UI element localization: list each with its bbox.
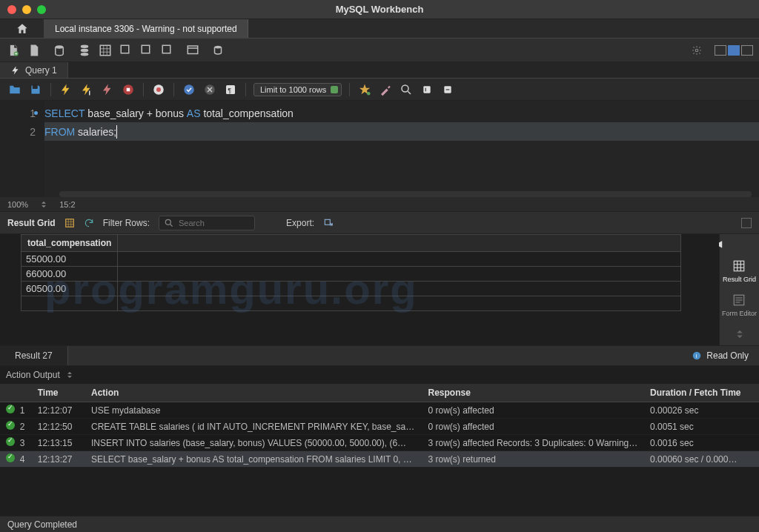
server-status-button[interactable] — [52, 43, 67, 58]
settings-button[interactable] — [689, 43, 704, 58]
action-col-status[interactable] — [0, 384, 32, 402]
export-icon[interactable] — [323, 218, 334, 228]
action-col-action[interactable]: Action — [85, 384, 422, 402]
zoom-window-button[interactable] — [37, 5, 46, 14]
star-icon — [358, 83, 371, 96]
status-text: Query Completed — [7, 519, 77, 530]
result-grid-icon[interactable] — [64, 218, 75, 228]
close-window-button[interactable] — [7, 5, 16, 14]
query-tab[interactable]: Query 1 — [0, 62, 68, 78]
table-row: 66000.00 — [21, 267, 681, 282]
execute-button[interactable] — [59, 82, 73, 97]
brush-icon — [379, 83, 392, 96]
svg-rect-28 — [325, 219, 330, 225]
titlebar: MySQL Workbench — [0, 0, 759, 19]
svg-point-4 — [81, 53, 89, 56]
grid-plus-icon — [119, 44, 133, 57]
toggle-invisible-button[interactable]: ¶ — [223, 82, 238, 97]
gutter-line-1: 1 — [0, 104, 44, 122]
query-tab-bar: Query 1 — [0, 62, 759, 79]
home-icon — [16, 22, 29, 36]
result-tab[interactable]: Result 27 — [0, 346, 68, 365]
execute-current-button[interactable] — [79, 82, 94, 97]
table-row: 60500.00 — [21, 282, 681, 296]
action-row[interactable]: 1 12:12:07 USE mydatabase 0 row(s) affec… — [0, 402, 759, 419]
server-icon — [53, 44, 66, 57]
svg-rect-23 — [424, 86, 431, 93]
pilcrow-icon: ¶ — [224, 83, 237, 96]
home-tab[interactable] — [0, 19, 44, 38]
server-logs-button[interactable] — [211, 43, 225, 58]
action-row[interactable]: 3 12:13:15 INSERT INTO salaries (base_sa… — [0, 435, 759, 451]
svg-point-11 — [695, 49, 698, 52]
zoom-level[interactable]: 100% — [7, 200, 28, 209]
editor-toolbar: ¶ Limit to 1000 rows — [0, 79, 759, 101]
side-result-grid-button[interactable]: Result Grid — [723, 259, 756, 283]
save-file-button[interactable] — [28, 82, 43, 97]
chevrons-icon — [733, 327, 746, 341]
code-line-2: FROM salaries; — [44, 122, 759, 141]
export-label: Export: — [286, 218, 314, 228]
toggle-panel2-button[interactable] — [440, 82, 455, 97]
table-row — [21, 296, 681, 311]
db-icon — [78, 44, 91, 57]
panel2-icon — [443, 84, 453, 95]
result-column-header[interactable]: total_compensation — [21, 235, 118, 252]
open-file-button[interactable] — [7, 82, 22, 97]
rollback-button[interactable] — [202, 82, 217, 97]
file-plus-icon — [7, 44, 20, 57]
beautify-button[interactable] — [357, 82, 372, 97]
users-button[interactable] — [77, 43, 92, 58]
x-circle-icon — [203, 83, 216, 96]
refresh-icon[interactable] — [84, 218, 94, 228]
data-import-button[interactable] — [119, 43, 133, 58]
svg-point-10 — [215, 45, 222, 48]
new-sql-tab-button[interactable] — [6, 43, 21, 58]
side-nav-button[interactable] — [733, 327, 746, 341]
search-button[interactable] — [399, 82, 414, 97]
lightning-icon — [10, 65, 21, 76]
action-col-duration[interactable]: Duration / Fetch Time — [644, 384, 759, 402]
zoom-updown-icon[interactable] — [39, 199, 49, 210]
file-open-icon — [27, 44, 41, 57]
minimize-window-button[interactable] — [22, 5, 31, 14]
editor-scrollbar[interactable] — [59, 191, 752, 197]
filter-search-box[interactable] — [159, 216, 255, 230]
connection-tab[interactable]: Local instance 3306 - Warning - not supp… — [44, 19, 248, 38]
action-col-time[interactable]: Time — [32, 384, 85, 402]
layout-output-button[interactable] — [728, 45, 740, 56]
export-button[interactable] — [98, 43, 113, 58]
action-col-response[interactable]: Response — [422, 384, 645, 402]
chevron-updown-icon[interactable] — [64, 370, 75, 380]
lightning-cursor-icon — [80, 83, 93, 96]
data-export-button[interactable] — [139, 43, 154, 58]
commit-button[interactable] — [182, 82, 196, 97]
toggle-panel1-button[interactable] — [420, 82, 434, 97]
find-button[interactable] — [378, 82, 393, 97]
result-toolbar-right-box[interactable] — [741, 218, 752, 228]
grid-view-icon — [732, 259, 746, 273]
svg-point-16 — [156, 87, 161, 92]
action-row[interactable]: 4 12:13:27 SELECT base_salary + bonus AS… — [0, 451, 759, 468]
toolbar-button-5[interactable] — [160, 43, 175, 58]
dashboard-button[interactable] — [185, 43, 200, 58]
filter-search-input[interactable] — [179, 219, 245, 227]
svg-rect-29 — [735, 261, 745, 271]
layout-sidebar-button[interactable] — [715, 45, 726, 56]
limit-rows-dropdown[interactable]: Limit to 1000 rows — [253, 83, 342, 96]
action-row[interactable]: 2 12:12:50 CREATE TABLE salaries ( id IN… — [0, 419, 759, 435]
layout-toggle — [715, 45, 753, 56]
open-sql-file-button[interactable] — [27, 43, 42, 58]
side-form-editor-button[interactable]: Form Editor — [722, 293, 757, 317]
action-output-header: Action Output — [0, 366, 759, 384]
action-output-table: Time Action Response Duration / Fetch Ti… — [0, 384, 759, 468]
stop-button[interactable] — [121, 82, 136, 97]
action-output-label[interactable]: Action Output — [6, 370, 60, 380]
layout-secondary-button[interactable] — [741, 45, 753, 56]
result-grid[interactable]: programguru.org total_compensation 55000… — [0, 234, 719, 345]
sql-editor[interactable]: 1 2 SELECT base_salary + bonus AS total_… — [0, 101, 759, 197]
explain-button[interactable] — [100, 82, 115, 97]
toggle-autocommit-button[interactable] — [151, 82, 166, 97]
editor-code[interactable]: SELECT base_salary + bonus AS total_comp… — [44, 101, 759, 197]
search-icon — [400, 83, 413, 96]
